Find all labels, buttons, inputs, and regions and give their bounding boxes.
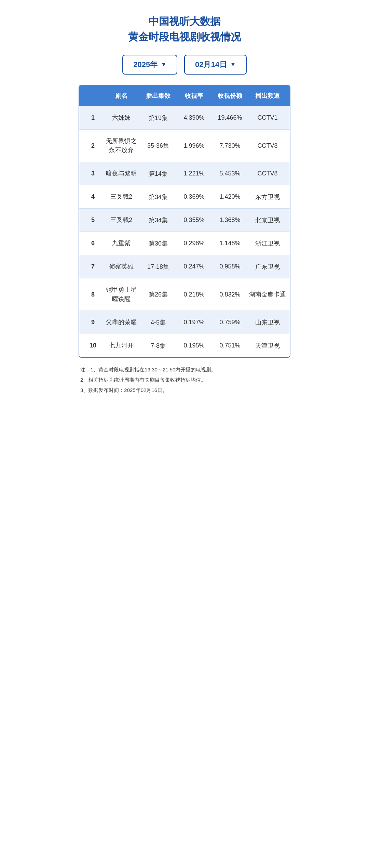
table-body: 1 六姊妹 第19集 4.390% 19.466% CCTV1 2 无所畏惧之永… <box>79 106 290 357</box>
date-filter-button[interactable]: 02月14日 ▼ <box>184 55 247 75</box>
cell-share: 1.148% <box>211 240 249 247</box>
cell-rank: 2 <box>83 142 103 149</box>
table-row: 1 六姊妹 第19集 4.390% 19.466% CCTV1 <box>79 106 290 129</box>
cell-channel: 北京卫视 <box>249 216 286 224</box>
table-row: 10 七九河开 7-8集 0.195% 0.751% 天津卫视 <box>79 334 290 357</box>
cell-share: 0.751% <box>211 342 249 349</box>
cell-channel: 山东卫视 <box>249 318 286 327</box>
cell-share: 0.759% <box>211 319 249 326</box>
cell-name: 暗夜与黎明 <box>103 169 139 178</box>
year-label: 2025年 <box>133 60 158 70</box>
cell-episodes: 4-5集 <box>139 318 177 327</box>
cell-rank: 3 <box>83 170 103 177</box>
cell-channel: 广东卫视 <box>249 263 286 271</box>
table-row: 3 暗夜与黎明 第14集 1.221% 5.453% CCTV8 <box>79 162 290 185</box>
cell-rank: 7 <box>83 263 103 270</box>
header-rank <box>83 92 103 100</box>
date-label: 02月14日 <box>195 60 227 70</box>
cell-episodes: 17-18集 <box>139 263 177 271</box>
cell-channel: 天津卫视 <box>249 342 286 350</box>
page-title: 中国视听大数据 黄金时段电视剧收视情况 <box>79 14 290 44</box>
cell-rate: 0.247% <box>177 263 211 270</box>
cell-rank: 5 <box>83 216 103 224</box>
cell-channel: 东方卫视 <box>249 193 286 201</box>
year-filter-button[interactable]: 2025年 ▼ <box>122 55 177 75</box>
cell-share: 19.466% <box>211 114 249 121</box>
cell-episodes: 7-8集 <box>139 342 177 350</box>
cell-channel: 浙江卫视 <box>249 239 286 248</box>
table-header: 剧名 播出集数 收视率 收视份额 播出频道 <box>79 86 290 106</box>
cell-episodes: 第19集 <box>139 114 177 122</box>
cell-rank: 9 <box>83 319 103 326</box>
cell-name: 无所畏惧之永不放弃 <box>103 136 139 155</box>
cell-episodes: 第34集 <box>139 193 177 201</box>
cell-name: 铠甲勇士星曜诀醒 <box>103 285 139 304</box>
note-item-2: 2、相关指标为统计周期内有关剧目每集收视指标均值。 <box>80 375 289 385</box>
cell-share: 1.420% <box>211 193 249 200</box>
header-rate: 收视率 <box>177 92 211 100</box>
cell-episodes: 第34集 <box>139 216 177 224</box>
header-channel: 播出频道 <box>249 92 286 100</box>
table-row: 7 侦察英雄 17-18集 0.247% 0.958% 广东卫视 <box>79 255 290 278</box>
cell-share: 0.832% <box>211 291 249 298</box>
cell-name: 六姊妹 <box>103 113 139 122</box>
cell-rate: 4.390% <box>177 114 211 121</box>
cell-rank: 6 <box>83 240 103 247</box>
table-row: 9 父辈的荣耀 4-5集 0.197% 0.759% 山东卫视 <box>79 311 290 334</box>
table-row: 6 九重紫 第30集 0.298% 1.148% 浙江卫视 <box>79 232 290 255</box>
cell-rate: 0.218% <box>177 291 211 298</box>
cell-name: 九重紫 <box>103 239 139 248</box>
cell-episodes: 35-36集 <box>139 142 177 150</box>
cell-name: 七九河开 <box>103 341 139 350</box>
cell-rate: 0.298% <box>177 240 211 247</box>
cell-name: 三叉戟2 <box>103 192 139 201</box>
cell-channel: CCTV8 <box>249 170 286 177</box>
cell-rate: 0.195% <box>177 342 211 349</box>
cell-rate: 1.221% <box>177 170 211 177</box>
cell-rate: 0.369% <box>177 193 211 200</box>
cell-rank: 4 <box>83 193 103 200</box>
cell-channel: CCTV8 <box>249 142 286 149</box>
cell-name: 三叉戟2 <box>103 215 139 225</box>
cell-episodes: 第14集 <box>139 170 177 178</box>
table-row: 8 铠甲勇士星曜诀醒 第26集 0.218% 0.832% 湖南金鹰卡通 <box>79 278 290 311</box>
note-item-3: 3、数据发布时间：2025年02月16日。 <box>80 385 289 395</box>
cell-share: 7.730% <box>211 142 249 149</box>
cell-rate: 1.996% <box>177 142 211 149</box>
data-table: 剧名 播出集数 收视率 收视份额 播出频道 1 六姊妹 第19集 4.390% … <box>79 85 290 358</box>
table-row: 2 无所畏惧之永不放弃 35-36集 1.996% 7.730% CCTV8 <box>79 129 290 162</box>
header-episodes: 播出集数 <box>139 92 177 100</box>
cell-share: 1.368% <box>211 216 249 224</box>
cell-rank: 1 <box>83 114 103 121</box>
header-name: 剧名 <box>103 92 139 100</box>
cell-rank: 8 <box>83 291 103 298</box>
date-dropdown-icon: ▼ <box>230 62 236 68</box>
table-row: 4 三叉戟2 第34集 0.369% 1.420% 东方卫视 <box>79 185 290 208</box>
cell-share: 5.453% <box>211 170 249 177</box>
cell-share: 0.958% <box>211 263 249 270</box>
cell-episodes: 第30集 <box>139 239 177 248</box>
year-dropdown-icon: ▼ <box>161 62 166 68</box>
cell-name: 父辈的荣耀 <box>103 318 139 327</box>
note-item-1: 注：1、黄金时段电视剧指在19:30～21:50内开播的电视剧。 <box>80 365 289 375</box>
header-share: 收视份额 <box>211 92 249 100</box>
cell-channel: 湖南金鹰卡通 <box>249 290 286 299</box>
cell-rate: 0.355% <box>177 216 211 224</box>
cell-name: 侦察英雄 <box>103 262 139 271</box>
cell-rank: 10 <box>83 342 103 349</box>
notes-section: 注：1、黄金时段电视剧指在19:30～21:50内开播的电视剧。2、相关指标为统… <box>79 365 290 395</box>
cell-channel: CCTV1 <box>249 114 286 121</box>
table-row: 5 三叉戟2 第34集 0.355% 1.368% 北京卫视 <box>79 208 290 232</box>
cell-episodes: 第26集 <box>139 290 177 299</box>
cell-rate: 0.197% <box>177 319 211 326</box>
